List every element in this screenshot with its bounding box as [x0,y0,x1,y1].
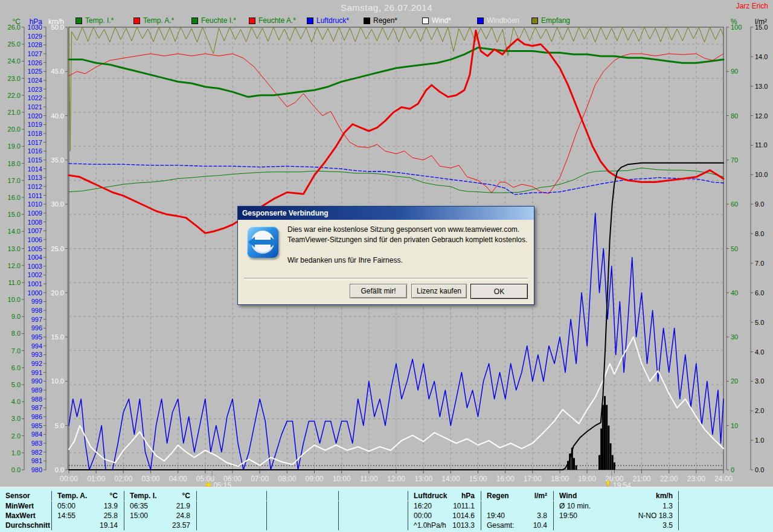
stats-cell-luftdruck: 16:201011.1 [408,501,481,511]
stats-cell-regen: Regenl/m² [481,491,553,501]
stats-row-header: MinWert [0,501,51,511]
tick-label-pressure: 991 [31,369,42,376]
x-axis-label: 05:00 [196,475,214,483]
stats-value: 24.8 [176,511,190,521]
tick-label-temp: 3.0 [11,415,21,422]
stats-col-unit: °C [110,491,118,501]
tick-label-humidity: 10 [731,422,738,429]
tick-label-rain: 11.0 [755,141,768,149]
x-axis-label: 00:00 [60,475,78,483]
stats-row-minwert: MinWert05:0013.906:3521.916:201011.1Ø 10… [0,501,773,511]
legend-swatch-icon [477,18,484,24]
tick-label-pressure: 984 [31,431,42,438]
stats-time-value: 14:55 [57,511,75,521]
stats-cell-empty [678,521,773,530]
tick-label-pressure: 1004 [28,254,42,261]
tick-label-pressure: 997 [31,316,42,323]
tick-label-temp: 20.0 [8,126,21,133]
tick-label-wind: 35.0 [51,156,64,164]
buy-license-button[interactable]: Lizenz kaufen [411,284,467,298]
tick-label-pressure: 1014 [28,165,42,173]
tick-label-temp: 16.0 [8,194,21,201]
x-axis-label: 08:00 [278,475,296,483]
x-axis-label: 24:00 [714,475,733,483]
x-axis-label: 18:00 [551,475,569,483]
tick-label-rain: 8.0 [755,230,764,237]
ok-button[interactable]: OK [470,284,528,299]
legend-item-wind: Wind* [422,16,451,25]
stats-cell-empty [196,521,266,530]
legend-item-tempi: Temp. I.* [75,16,114,25]
tick-label-temp: 5.0 [11,381,21,388]
tick-label-humidity: 70 [731,156,738,164]
legend-swatch-icon [191,18,198,24]
x-axis-label: 10:00 [333,475,351,483]
tick-label-rain: 2.0 [755,407,764,414]
stats-value: 25.8 [104,511,118,521]
tick-label-temp: 11.0 [8,279,21,286]
legend-item-windböen: Windböen [477,16,519,25]
dialog-separator [244,278,528,280]
stats-value: 19.14 [100,521,118,530]
tick-label-rain: 5.0 [755,319,764,326]
tick-label-pressure: 981 [31,457,42,464]
tick-label-humidity: 90 [731,68,738,75]
tick-label-pressure: 987 [31,404,42,411]
stats-cell-tempi: Temp. I.°C [124,491,196,501]
stats-cell-empty [338,521,408,530]
stats-cell-tempi: 06:3521.9 [124,501,196,511]
tick-label-rain: 1.0 [755,437,764,444]
tick-label-temp: 19.0 [8,143,21,150]
tick-label-pressure: 1021 [28,103,42,111]
stats-cell-regen: 19:403.8 [481,511,553,521]
stats-row-durchschnitt: Durchschnitt19.1423.57^1.0hPa/h1013.3Ges… [0,521,773,530]
tick-label-wind: 40.0 [51,112,64,120]
tick-label-temp: 0.0 [11,466,21,473]
stats-value: 21.9 [176,501,190,511]
tick-label-pressure: 980 [31,466,42,473]
legend-label: Feuchte A.* [258,16,296,25]
tick-label-pressure: 1026 [28,59,42,66]
x-axis-label: 22:00 [660,475,678,483]
stats-col-name: Temp. I. [130,491,156,501]
legend-item-luftdruck: Luftdruck* [307,16,349,25]
stats-cell-tempi: 23.57 [124,521,196,530]
stats-col-name: Wind [559,491,577,501]
x-axis-label: 13:00 [414,475,432,483]
legend-swatch-icon [75,18,82,24]
like-button[interactable]: Gefällt mir! [350,284,407,298]
x-axis-label: 15:00 [469,475,487,483]
tick-label-pressure: 995 [31,333,42,341]
tick-label-pressure: 999 [31,298,42,305]
tick-label-pressure: 990 [31,377,42,385]
stats-col-unit: km/h [656,491,673,501]
stats-row-sensor: SensorTemp. A.°CTemp. I.°CLuftdruckhPaRe… [0,491,773,501]
stats-value: 1.3 [662,501,673,511]
stats-cell-empty [266,491,338,501]
stats-row-header: MaxWert [0,511,51,521]
x-axis-label: 01:00 [87,475,105,483]
tick-label-humidity: 40 [731,289,738,296]
tick-label-pressure: 1002 [28,271,42,278]
tick-label-rain: 6.0 [755,289,764,296]
tick-label-pressure: 994 [31,342,42,350]
tick-label-pressure: 1010 [28,200,42,208]
legend-label: Empfang [541,16,570,25]
stats-value: 13.9 [104,501,118,511]
x-axis-label: 12:00 [387,475,405,483]
stats-cell-wind: 3.5 [553,521,678,530]
stats-value: 3.5 [662,521,673,530]
tick-label-wind: 30.0 [51,200,64,208]
teamviewer-logo-icon [247,226,278,258]
tick-label-wind: 0.0 [55,466,64,473]
dialog-title-bar[interactable]: Gesponserte Verbindung [238,207,534,220]
stats-time-value: 15:00 [130,511,148,521]
x-axis-label: 03:00 [141,475,159,483]
stats-cell-empty [196,491,266,501]
tick-label-pressure: 1001 [28,280,42,287]
x-axis-label: 16:00 [496,475,515,483]
tick-label-temp: 25.0 [8,40,21,48]
dialog-message-line1: Dies war eine kostenlose Sitzung gespons… [287,225,527,235]
tick-label-pressure: 1018 [28,130,42,137]
legend-item-empfang: Empfang [531,16,570,25]
